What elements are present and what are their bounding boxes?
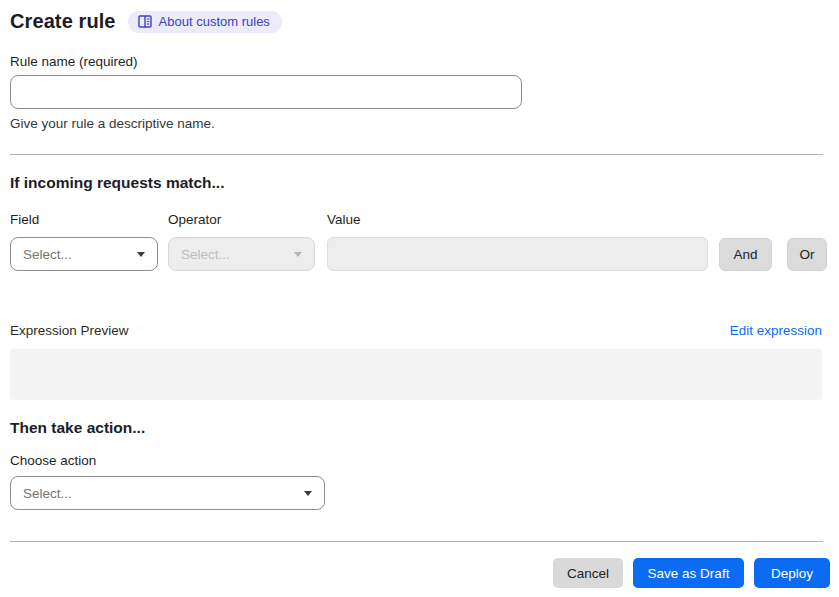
match-section-heading: If incoming requests match...: [10, 174, 830, 192]
chevron-down-icon: [294, 252, 302, 257]
book-icon: [138, 15, 152, 28]
chevron-down-icon: [304, 491, 312, 496]
cancel-button[interactable]: Cancel: [553, 558, 623, 588]
rule-name-help-text: Give your rule a descriptive name.: [10, 116, 830, 131]
choose-action-label: Choose action: [10, 453, 830, 468]
about-custom-rules-link[interactable]: About custom rules: [128, 11, 282, 33]
value-label: Value: [327, 212, 830, 227]
expression-preview-label: Expression Preview: [10, 323, 129, 338]
field-select[interactable]: Select...: [10, 237, 158, 271]
expression-preview-row: Expression Preview Edit expression: [10, 323, 830, 338]
operator-label: Operator: [168, 212, 315, 227]
chevron-down-icon: [137, 252, 145, 257]
save-as-draft-button[interactable]: Save as Draft: [633, 558, 744, 588]
deploy-button[interactable]: Deploy: [754, 558, 830, 588]
field-label: Field: [10, 212, 158, 227]
action-section-heading: Then take action...: [10, 419, 830, 437]
operator-select[interactable]: Select...: [168, 237, 315, 271]
operator-select-placeholder: Select...: [181, 247, 230, 262]
section-divider-top: [10, 154, 823, 155]
expression-preview-box: [10, 349, 822, 400]
about-custom-rules-label: About custom rules: [159, 14, 270, 29]
page-title: Create rule: [10, 10, 116, 33]
choose-action-select[interactable]: Select...: [10, 476, 325, 510]
section-divider-bottom: [10, 541, 823, 542]
edit-expression-link[interactable]: Edit expression: [730, 323, 822, 338]
rule-name-input[interactable]: [10, 75, 522, 109]
and-button[interactable]: And: [719, 238, 772, 271]
value-input[interactable]: [327, 237, 708, 271]
create-rule-page: Create rule About custom rules Rule name…: [0, 0, 839, 588]
choose-action-placeholder: Select...: [23, 486, 72, 501]
header: Create rule About custom rules: [10, 10, 830, 33]
field-select-placeholder: Select...: [23, 247, 72, 262]
match-column-labels: Field Operator Value: [10, 212, 830, 227]
or-button[interactable]: Or: [787, 238, 827, 271]
rule-name-label: Rule name (required): [10, 54, 830, 69]
footer-actions: Cancel Save as Draft Deploy: [10, 558, 830, 588]
match-controls-row: Select... Select... And Or: [10, 237, 830, 271]
